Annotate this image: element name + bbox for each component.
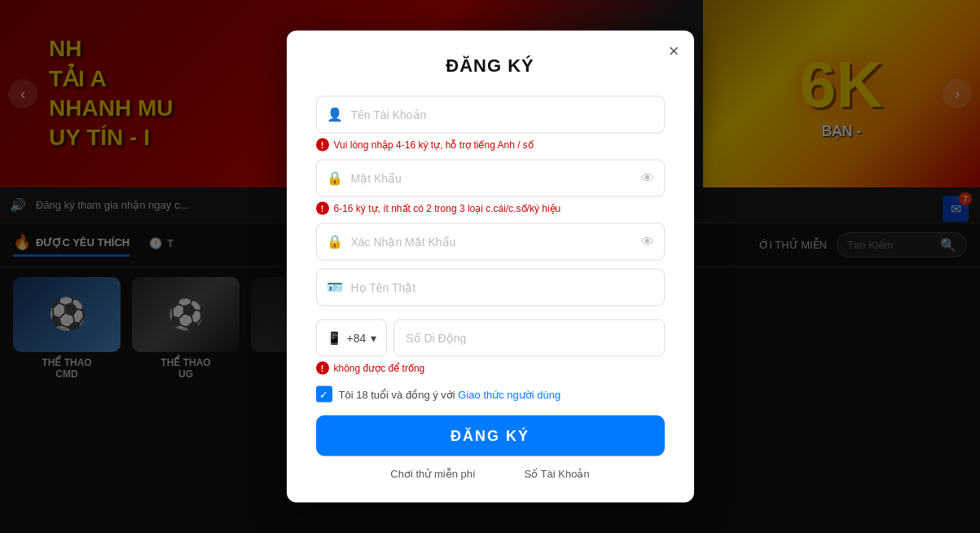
eye-icon[interactable]: 👁 xyxy=(641,171,654,186)
chevron-down-icon: ▾ xyxy=(371,332,376,345)
username-error: ! Vui lòng nhập 4-16 ký tự, hỗ trợ tiếng… xyxy=(316,139,665,152)
fullname-input[interactable] xyxy=(316,269,665,306)
register-button[interactable]: ĐĂNG KÝ xyxy=(316,416,665,456)
register-modal: ĐĂNG KÝ × 👤 ! Vui lòng nhập 4-16 ký tự, … xyxy=(287,31,694,503)
confirm-password-field: 🔒 👁 xyxy=(316,223,665,261)
phone-prefix-selector[interactable]: 📱 +84 ▾ xyxy=(316,319,388,357)
phone-prefix-value: +84 xyxy=(347,332,367,345)
phone-input[interactable] xyxy=(393,319,664,357)
card-icon: 🪪 xyxy=(327,280,343,295)
phone-row: 📱 +84 ▾ xyxy=(316,319,665,357)
terms-link[interactable]: Giao thức người dùng xyxy=(458,388,560,400)
eye-icon-2[interactable]: 👁 xyxy=(641,235,654,249)
terms-row: ✓ Tôi 18 tuổi và đồng ý với Giao thức ng… xyxy=(316,386,665,403)
password-error: ! 6-16 ký tự, ít nhất có 2 trong 3 loại … xyxy=(316,202,665,215)
confirm-password-input[interactable] xyxy=(316,223,665,261)
username-input[interactable] xyxy=(316,96,665,134)
terms-label: Tôi 18 tuổi và đồng ý với Giao thức ngườ… xyxy=(339,388,561,400)
terms-checkbox[interactable]: ✓ xyxy=(316,386,332,403)
phone-error: ! không được để trống xyxy=(316,362,665,375)
fullname-field: 🪪 xyxy=(316,269,665,306)
password-field: 🔒 👁 xyxy=(316,160,665,197)
modal-title: ĐĂNG KÝ xyxy=(316,55,665,77)
modal-footer: Chơi thử miễn phí Số Tài Khoản xyxy=(316,468,665,480)
login-link[interactable]: Số Tài Khoản xyxy=(525,468,590,480)
username-field: 👤 xyxy=(316,96,665,134)
lock-icon-2: 🔒 xyxy=(327,234,343,249)
modal-close-button[interactable]: × xyxy=(669,42,679,60)
user-icon: 👤 xyxy=(327,107,343,122)
phone-icon: 📱 xyxy=(327,331,342,346)
try-free-link[interactable]: Chơi thử miễn phí xyxy=(390,468,475,480)
lock-icon: 🔒 xyxy=(327,170,343,186)
password-input[interactable] xyxy=(316,160,665,197)
